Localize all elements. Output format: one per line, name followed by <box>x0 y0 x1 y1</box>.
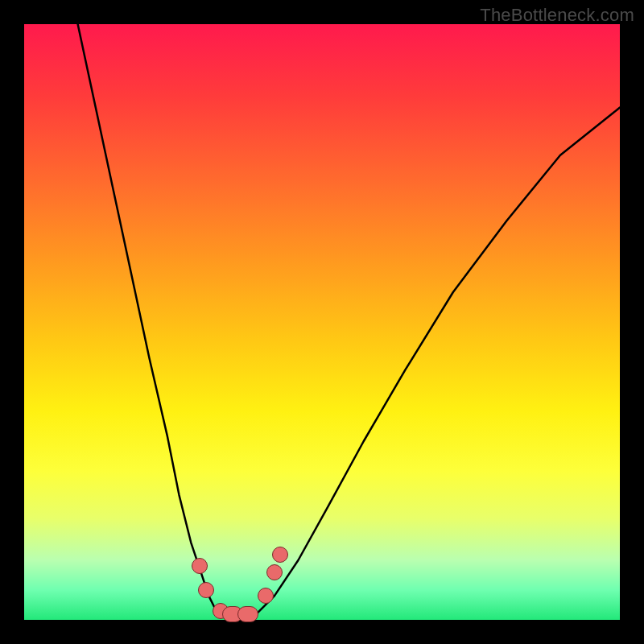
chart-plot-area <box>24 24 620 620</box>
data-marker <box>198 582 214 598</box>
chart-line <box>24 24 620 620</box>
data-marker <box>272 547 288 563</box>
chart-line-path <box>78 24 620 614</box>
watermark-text: TheBottleneck.com <box>480 5 634 26</box>
data-marker <box>266 564 283 580</box>
data-marker <box>237 606 258 622</box>
data-marker <box>258 588 274 604</box>
